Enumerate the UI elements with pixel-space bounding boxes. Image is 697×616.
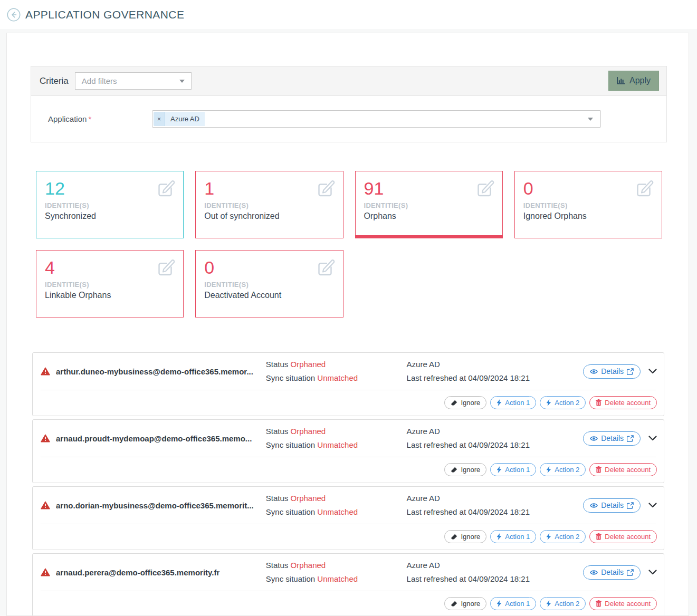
- account-row: arthur.duneo-mybusiness@demo-office365.m…: [32, 352, 664, 416]
- stat-label: Out of synchronized: [204, 211, 334, 221]
- action2-button[interactable]: Action 2: [540, 463, 586, 476]
- application-select[interactable]: × Azure AD: [152, 110, 601, 128]
- application-name: Azure AD: [407, 559, 584, 572]
- ignore-button[interactable]: Ignore: [444, 597, 486, 610]
- stat-card-out-of-synchronized[interactable]: 1 IDENTITIE(S) Out of synchronized: [195, 171, 343, 238]
- tag-remove-icon[interactable]: ×: [154, 112, 165, 126]
- ignore-button[interactable]: Ignore: [444, 530, 486, 543]
- chevron-down-icon[interactable]: [648, 436, 657, 441]
- stat-count: 1: [204, 178, 334, 199]
- application-name: Azure AD: [407, 358, 584, 371]
- stat-unit-label: IDENTITIE(S): [364, 201, 494, 209]
- main-panel: Criteria Add filters Apply App: [6, 33, 689, 616]
- tag-label: Azure AD: [165, 112, 205, 126]
- stat-count: 0: [523, 178, 653, 199]
- eye-icon: [590, 570, 598, 575]
- chevron-down-icon: [588, 118, 593, 121]
- action1-button[interactable]: Action 1: [490, 530, 536, 543]
- external-link-icon: [627, 435, 634, 442]
- stat-card-deactivated-account[interactable]: 0 IDENTITIE(S) Deactivated Account: [195, 250, 343, 317]
- bar-chart-icon: [617, 77, 625, 84]
- warning-icon: [41, 367, 50, 376]
- stat-count: 12: [45, 178, 175, 199]
- details-button[interactable]: Details: [583, 431, 641, 446]
- edit-icon[interactable]: [316, 179, 335, 199]
- application-name: Azure AD: [407, 492, 584, 505]
- trash-icon: [596, 399, 601, 406]
- stat-card-linkable-orphans[interactable]: 4 IDENTITIE(S) Linkable Orphans: [36, 250, 184, 317]
- stat-label: Linkable Orphans: [45, 291, 175, 300]
- action2-button[interactable]: Action 2: [540, 597, 586, 610]
- delete-account-button[interactable]: Delete account: [589, 530, 657, 543]
- stat-label: Orphans: [364, 211, 494, 221]
- application-filter-row: Application* × Azure AD: [31, 96, 666, 142]
- ignore-button[interactable]: Ignore: [444, 396, 486, 409]
- application-cell: Azure AD Last refreshed at 04/09/2024 18…: [407, 559, 584, 586]
- required-mark: *: [88, 114, 91, 123]
- status-cell: Status Orphaned Sync situation Unmatched: [266, 492, 407, 519]
- accounts-list: arthur.duneo-mybusiness@demo-office365.m…: [32, 352, 664, 616]
- sync-value: Unmatched: [317, 507, 358, 516]
- action1-button[interactable]: Action 1: [490, 396, 536, 409]
- account-row: arnaud.proudt-mydemoap@demo-office365.me…: [32, 419, 664, 483]
- stat-label: Deactivated Account: [204, 291, 334, 300]
- page-header: APPLICATION GOVERNANCE: [0, 0, 697, 29]
- delete-account-button[interactable]: Delete account: [589, 597, 657, 610]
- application-cell: Azure AD Last refreshed at 04/09/2024 18…: [407, 425, 584, 452]
- chevron-down-icon[interactable]: [648, 570, 657, 575]
- status-value: Orphaned: [291, 561, 326, 570]
- eraser-icon: [451, 534, 457, 540]
- chevron-down-icon: [179, 80, 185, 83]
- details-button[interactable]: Details: [583, 565, 641, 580]
- status-cell: Status Orphaned Sync situation Unmatched: [266, 559, 407, 586]
- action2-button[interactable]: Action 2: [540, 530, 586, 543]
- edit-icon[interactable]: [475, 179, 494, 199]
- add-filters-select[interactable]: Add filters: [75, 72, 192, 90]
- delete-account-button[interactable]: Delete account: [589, 463, 657, 476]
- edit-icon[interactable]: [156, 179, 175, 199]
- sync-value: Unmatched: [317, 373, 358, 382]
- stat-count: 91: [364, 178, 494, 199]
- delete-account-button[interactable]: Delete account: [589, 396, 657, 409]
- apply-button[interactable]: Apply: [608, 71, 659, 91]
- account-row: arno.dorian-mybusiness@demo-office365.me…: [32, 486, 664, 550]
- stat-card-synchronized[interactable]: 12 IDENTITIE(S) Synchronized: [36, 171, 184, 238]
- sync-value: Unmatched: [317, 574, 358, 583]
- application-name: Azure AD: [407, 425, 584, 438]
- details-button[interactable]: Details: [583, 364, 641, 379]
- trash-icon: [596, 466, 601, 473]
- stat-count: 0: [204, 257, 334, 278]
- external-link-icon: [627, 502, 634, 509]
- apply-label: Apply: [629, 76, 651, 85]
- back-icon[interactable]: [7, 8, 21, 22]
- warning-icon: [41, 434, 50, 442]
- application-label: Application*: [48, 114, 152, 123]
- application-cell: Azure AD Last refreshed at 04/09/2024 18…: [407, 492, 584, 519]
- ignore-button[interactable]: Ignore: [444, 463, 486, 476]
- stats-grid: 12 IDENTITIE(S) Synchronized 1 IDENTITIE…: [36, 171, 662, 317]
- details-button[interactable]: Details: [583, 498, 641, 513]
- chevron-down-icon[interactable]: [648, 503, 657, 508]
- action1-button[interactable]: Action 1: [490, 463, 536, 476]
- account-email: arno.dorian-mybusiness@demo-office365.me…: [56, 501, 254, 510]
- account-email: arthur.duneo-mybusiness@demo-office365.m…: [56, 367, 253, 376]
- chevron-down-icon[interactable]: [648, 369, 657, 374]
- edit-icon[interactable]: [316, 258, 335, 278]
- action2-button[interactable]: Action 2: [540, 396, 586, 409]
- criteria-band: Criteria Add filters Apply: [31, 66, 666, 96]
- stat-count: 4: [45, 257, 175, 278]
- lightning-icon: [497, 600, 502, 607]
- external-link-icon: [627, 569, 634, 576]
- eraser-icon: [451, 467, 457, 473]
- lightning-icon: [546, 600, 551, 607]
- stat-unit-label: IDENTITIE(S): [523, 201, 653, 209]
- action1-button[interactable]: Action 1: [490, 597, 536, 610]
- external-link-icon: [627, 368, 634, 375]
- stat-card-orphans[interactable]: 91 IDENTITIE(S) Orphans: [355, 171, 503, 238]
- edit-icon[interactable]: [156, 258, 175, 278]
- stat-unit-label: IDENTITIE(S): [204, 201, 334, 209]
- edit-icon[interactable]: [635, 179, 654, 199]
- account-email: arnaud.proudt-mydemoap@demo-office365.me…: [56, 434, 252, 443]
- status-cell: Status Orphaned Sync situation Unmatched: [266, 358, 407, 385]
- stat-card-ignored-orphans[interactable]: 0 IDENTITIE(S) Ignored Orphans: [514, 171, 662, 238]
